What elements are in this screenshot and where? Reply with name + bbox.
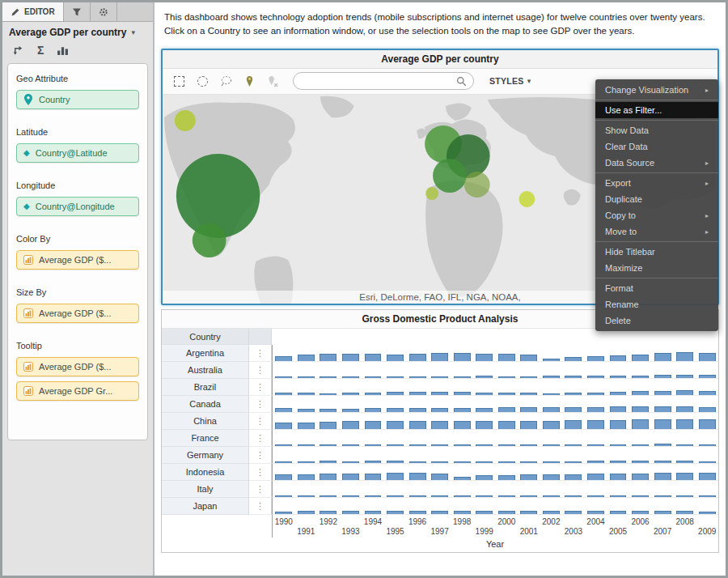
- map-search-input[interactable]: [300, 76, 456, 86]
- tab-settings[interactable]: [91, 2, 117, 21]
- menu-item-move-to[interactable]: Move to▸: [595, 223, 718, 240]
- menu-item-format[interactable]: Format: [595, 280, 718, 296]
- rect-select-tool[interactable]: [172, 74, 185, 87]
- menu-item-export[interactable]: Export▸: [595, 175, 718, 191]
- gdp-bar: [275, 461, 292, 463]
- menu-item-change-visualization[interactable]: Change Visualization▸: [595, 82, 718, 98]
- gdp-bar: [342, 511, 359, 514]
- gdp-bar: [699, 419, 716, 429]
- menu-item-label: Export: [605, 178, 631, 188]
- gdp-bar: [587, 474, 604, 480]
- country-bubble[interactable]: [176, 154, 260, 238]
- menu-item-data-source[interactable]: Data Source▸: [595, 155, 718, 171]
- gdp-bar: [565, 444, 582, 446]
- tab-filters[interactable]: [64, 2, 91, 21]
- gdp-bar: [431, 392, 448, 395]
- caret-down-icon: ▾: [527, 77, 531, 85]
- row-menu-button[interactable]: ⋮: [249, 447, 272, 464]
- row-menu-button[interactable]: ⋮: [249, 430, 272, 447]
- menu-item-use-as-filter[interactable]: Use as Filter...: [595, 102, 718, 118]
- gdp-chart-panel: Gross Domestic Product Analysis Country …: [161, 309, 719, 553]
- menu-item-hide-titlebar[interactable]: Hide Titlebar: [595, 244, 718, 260]
- menu-item-delete[interactable]: Delete: [595, 312, 718, 329]
- circle-select-tool[interactable]: [196, 74, 209, 87]
- bar-chart-icon[interactable]: [57, 44, 69, 56]
- country-bubble[interactable]: [193, 223, 226, 257]
- menu-item-rename[interactable]: Rename: [595, 296, 718, 312]
- menu-item-duplicate[interactable]: Duplicate: [595, 191, 718, 207]
- row-menu-button[interactable]: ⋮: [249, 464, 272, 481]
- gdp-bar: [610, 376, 627, 378]
- menu-item-show-data[interactable]: Show Data: [595, 122, 718, 138]
- country-row-label[interactable]: Germany: [162, 447, 249, 464]
- clear-pins-tool[interactable]: [266, 74, 279, 87]
- row-menu-button[interactable]: ⋮: [249, 379, 272, 396]
- country-row-label[interactable]: Argentina: [162, 345, 249, 362]
- country-row-label[interactable]: Italy: [162, 481, 249, 498]
- gdp-bar: [320, 511, 336, 514]
- gdp-bar: [275, 495, 292, 497]
- field-pill-country[interactable]: Country: [16, 90, 139, 109]
- tab-editor[interactable]: EDITOR: [2, 2, 64, 21]
- country-row-label[interactable]: Indonesia: [162, 464, 249, 481]
- styles-dropdown[interactable]: STYLES ▾: [489, 76, 531, 86]
- row-menu-button[interactable]: ⋮: [249, 413, 272, 430]
- gdp-bar: [520, 407, 537, 412]
- row-menu-button[interactable]: ⋮: [249, 345, 272, 362]
- country-bubble[interactable]: [433, 159, 467, 193]
- gdp-bar: [699, 461, 716, 463]
- field-section-size-by: Size ByAverage GDP ($...: [16, 287, 139, 323]
- gdp-bar: [587, 444, 604, 446]
- sigma-icon[interactable]: Σ: [37, 45, 44, 56]
- gdp-bar: [476, 421, 493, 429]
- year-tick: 2002: [542, 517, 560, 526]
- gdp-bar: [587, 420, 604, 429]
- visualization-title-dropdown[interactable]: Average GDP per country ▾: [2, 22, 153, 41]
- gdp-bar: [632, 355, 649, 361]
- gdp-bar: [454, 461, 471, 463]
- measure-icon: [23, 254, 33, 266]
- field-pill-country-longitude[interactable]: ◆Country@Longitude: [16, 197, 139, 216]
- gdp-bar: [654, 444, 671, 446]
- year-tick: 2005: [609, 527, 627, 536]
- menu-item-maximize[interactable]: Maximize: [595, 260, 718, 276]
- pivot-arrows-icon[interactable]: [12, 44, 24, 56]
- menu-item-label: Duplicate: [605, 194, 642, 204]
- country-row-label[interactable]: France: [162, 430, 249, 447]
- menu-item-copy-to[interactable]: Copy to▸: [595, 207, 718, 223]
- lasso-select-tool[interactable]: [219, 74, 232, 87]
- gdp-bar: [632, 511, 649, 514]
- row-menu-button[interactable]: ⋮: [249, 498, 272, 515]
- menu-item-label: Clear Data: [605, 142, 648, 151]
- field-pill-label: Average GDP ($...: [39, 308, 111, 318]
- field-pill-average-gdp[interactable]: Average GDP ($...: [16, 304, 139, 323]
- country-row-label[interactable]: Brazil: [162, 379, 249, 396]
- gdp-bar: [387, 421, 404, 429]
- row-menu-button[interactable]: ⋮: [249, 481, 272, 498]
- country-bubble[interactable]: [425, 187, 438, 200]
- gdp-bar: [520, 495, 537, 497]
- country-bubble[interactable]: [464, 172, 490, 198]
- country-bubble[interactable]: [175, 110, 196, 131]
- field-pill-average-gdp-gr[interactable]: Average GDP Gr...: [16, 381, 139, 401]
- field-pill-average-gdp[interactable]: Average GDP ($...: [16, 357, 139, 376]
- gdp-bar: [676, 375, 693, 378]
- field-pill-country-latitude[interactable]: ◆Country@Latitude: [16, 143, 139, 163]
- gdp-bar: [498, 444, 515, 446]
- field-pill-average-gdp[interactable]: Average GDP ($...: [16, 250, 139, 270]
- gdp-bar: [587, 407, 604, 412]
- country-row-label[interactable]: Japan: [162, 498, 249, 515]
- gdp-bar: [520, 355, 537, 361]
- gdp-bar: [454, 421, 471, 429]
- pin-tool[interactable]: [243, 74, 256, 87]
- country-row-label[interactable]: China: [162, 413, 249, 430]
- row-menu-button[interactable]: ⋮: [249, 396, 272, 413]
- row-menu-button[interactable]: ⋮: [249, 362, 272, 379]
- country-row-label[interactable]: Canada: [162, 396, 249, 413]
- country-row-label[interactable]: Australia: [162, 362, 249, 379]
- country-bubble[interactable]: [518, 191, 535, 207]
- field-section-tooltip: TooltipAverage GDP ($...Average GDP Gr..…: [16, 341, 139, 401]
- gdp-bar: [476, 376, 493, 378]
- gdp-bar: [320, 461, 336, 463]
- menu-item-clear-data[interactable]: Clear Data: [595, 138, 718, 155]
